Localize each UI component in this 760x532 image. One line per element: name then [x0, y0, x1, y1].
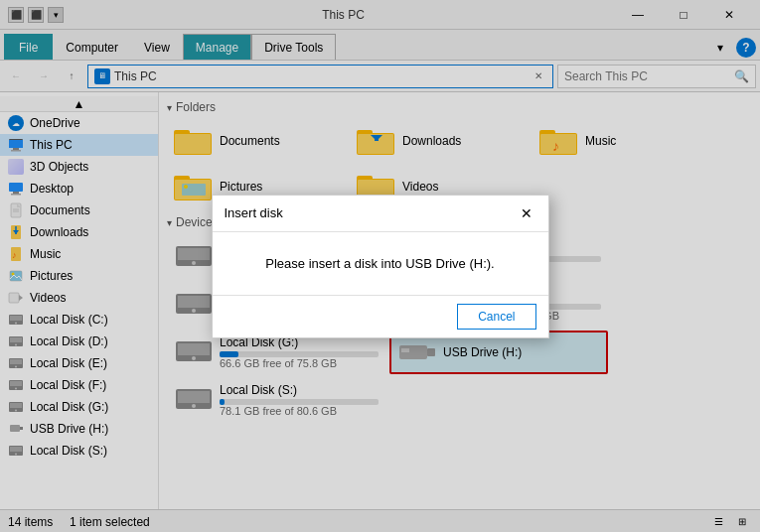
dialog-message: Please insert a disk into USB Drive (H:)… [265, 256, 494, 271]
dialog-close-button[interactable]: ✕ [517, 203, 536, 223]
cancel-button[interactable]: Cancel [457, 304, 535, 330]
dialog-overlay: Insert disk ✕ Please insert a disk into … [0, 0, 760, 532]
dialog-footer: Cancel [213, 295, 548, 337]
dialog-title-bar: Insert disk ✕ [213, 196, 548, 232]
insert-disk-dialog: Insert disk ✕ Please insert a disk into … [212, 195, 549, 338]
dialog-body: Please insert a disk into USB Drive (H:)… [213, 232, 548, 295]
dialog-title-text: Insert disk [225, 205, 283, 220]
